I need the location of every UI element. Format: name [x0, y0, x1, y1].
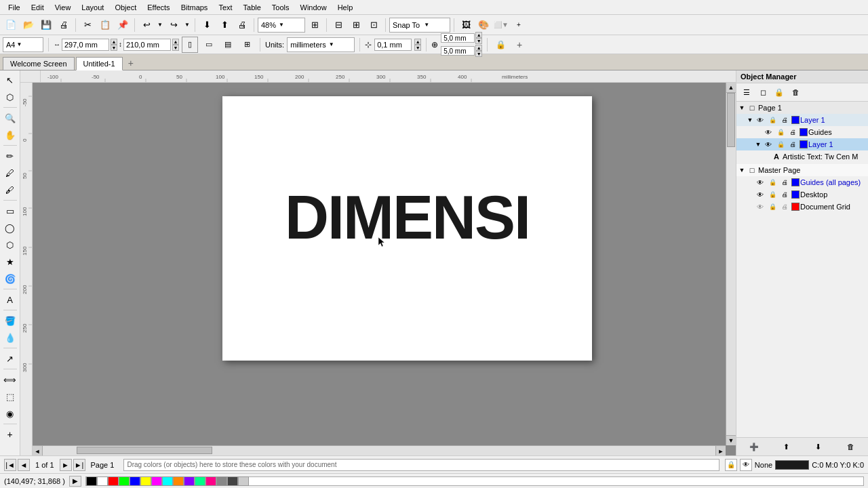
- undo-button[interactable]: ↩: [138, 17, 155, 33]
- zoom-combo[interactable]: 48% ▼: [258, 18, 305, 33]
- page-size-dropdown-icon[interactable]: ▼: [16, 41, 22, 47]
- color-swatch[interactable]: [195, 476, 205, 486]
- tree-desktop[interactable]: ▶ 👁 🔒 🖨 Desktop: [736, 188, 868, 201]
- undo-dropdown[interactable]: ▼: [156, 17, 164, 33]
- portrait-btn[interactable]: ▯: [182, 37, 198, 53]
- color-swatch[interactable]: [151, 476, 162, 486]
- units-combo[interactable]: millimeters ▼: [287, 37, 355, 52]
- colorbar-drop[interactable]: Drag colors (or objects) here to store t…: [123, 459, 719, 471]
- canvas-area[interactable]: DIMENSI ▲ ▼ ◄: [33, 83, 736, 455]
- import-button[interactable]: ⬇: [199, 17, 215, 33]
- dropper-tool[interactable]: 💧: [2, 329, 18, 346]
- doc-grid-eye[interactable]: 👁: [755, 201, 766, 212]
- guides-eye[interactable]: 👁: [763, 127, 774, 138]
- vertical-scrollbar[interactable]: ▲ ▼: [726, 83, 736, 445]
- width-down[interactable]: ▼: [111, 45, 117, 51]
- node-tool[interactable]: ⬡: [2, 89, 18, 105]
- snap-x-down[interactable]: ▼: [475, 38, 482, 44]
- star-tool[interactable]: ★: [2, 253, 18, 270]
- cut-button[interactable]: ✂: [79, 17, 96, 33]
- om-add-layer-btn[interactable]: ➕: [747, 439, 762, 454]
- layer1-inner-lock[interactable]: 🔒: [775, 139, 786, 150]
- menu-effects[interactable]: Effects: [142, 2, 175, 13]
- om-move-down-btn[interactable]: ⬇: [811, 439, 826, 454]
- color-swatch[interactable]: [108, 476, 119, 486]
- layer1-inner-toggle[interactable]: ▼: [754, 140, 762, 148]
- tab-document[interactable]: Untitled-1: [76, 57, 123, 70]
- height-spinners[interactable]: ▲ ▼: [172, 39, 179, 51]
- redo-button[interactable]: ↪: [165, 17, 182, 33]
- layer1-inner-print[interactable]: 🖨: [787, 139, 798, 150]
- spiral-tool[interactable]: 🌀: [2, 270, 18, 287]
- freehand-tool[interactable]: ✏: [2, 148, 18, 164]
- nav-prev-page[interactable]: ◄: [18, 459, 30, 471]
- guides-all-eye[interactable]: 👁: [755, 177, 766, 188]
- save-button[interactable]: 💾: [38, 17, 54, 33]
- snap-dist-down[interactable]: ▼: [414, 45, 421, 51]
- horizontal-scrollbar[interactable]: ◄ ►: [33, 445, 726, 455]
- print-button[interactable]: 🖨: [56, 17, 72, 33]
- snap-dist-up[interactable]: ▲: [414, 39, 421, 45]
- layer1-print[interactable]: 🖨: [779, 115, 790, 125]
- guides-all-print[interactable]: 🖨: [779, 177, 790, 188]
- snap-to-combo[interactable]: Snap To ▼: [389, 18, 450, 33]
- coord-settings-btn[interactable]: ▶: [69, 476, 81, 487]
- color-swatch[interactable]: [119, 476, 130, 486]
- menu-view[interactable]: View: [50, 2, 77, 13]
- menu-help[interactable]: Help: [332, 2, 359, 13]
- width-input[interactable]: 297,0 mm: [62, 39, 109, 51]
- layer1-eye[interactable]: 👁: [755, 115, 766, 125]
- contour-tool[interactable]: ◉: [2, 405, 18, 422]
- zoom-tool[interactable]: 🔍: [2, 110, 18, 126]
- color-swatch[interactable]: [162, 476, 173, 486]
- pan-tool[interactable]: ✋: [2, 127, 18, 143]
- snap-y-up[interactable]: ▲: [475, 45, 482, 51]
- menu-layout[interactable]: Layout: [76, 2, 109, 13]
- color-swatch[interactable]: [216, 476, 227, 486]
- redo-dropdown[interactable]: ▼: [183, 17, 191, 33]
- menu-bitmaps[interactable]: Bitmaps: [176, 2, 214, 13]
- om-delete-btn[interactable]: 🗑: [788, 85, 803, 100]
- tree-layer1-inner[interactable]: ▼ 👁 🔒 🖨 Layer 1: [736, 138, 868, 150]
- menu-object[interactable]: Object: [109, 2, 142, 13]
- layer1-toggle[interactable]: ▼: [746, 116, 754, 124]
- color-swatch[interactable]: [238, 476, 249, 486]
- page-add-btn[interactable]: +: [511, 37, 528, 53]
- menu-table[interactable]: Table: [238, 2, 267, 13]
- color-swatch[interactable]: [205, 476, 216, 486]
- callig-tool[interactable]: 🖋: [2, 182, 18, 198]
- snap-y-down[interactable]: ▼: [475, 51, 482, 57]
- snap-x-spinners[interactable]: ▲ ▼: [475, 32, 482, 44]
- copy-button[interactable]: 📋: [97, 17, 113, 33]
- nav-first-page[interactable]: |◄: [4, 459, 16, 471]
- vscroll-down[interactable]: ▼: [726, 435, 736, 445]
- doc-grid-lock[interactable]: 🔒: [767, 201, 778, 212]
- page-margins-btn[interactable]: ▤: [220, 37, 236, 53]
- tree-guides-all[interactable]: ▶ 👁 🔒 🖨 Guides (all pages): [736, 176, 868, 188]
- menu-file[interactable]: File: [3, 2, 26, 13]
- guides-all-lock[interactable]: 🔒: [767, 177, 778, 188]
- snap-page-btn[interactable]: ⊡: [366, 17, 382, 33]
- paste-button[interactable]: 📌: [115, 17, 131, 33]
- desktop-lock[interactable]: 🔒: [767, 189, 778, 200]
- height-up[interactable]: ▲: [172, 39, 179, 45]
- menu-tools[interactable]: Tools: [267, 2, 295, 13]
- add-page-btn[interactable]: +: [2, 426, 18, 443]
- open-button[interactable]: 📂: [20, 17, 37, 33]
- nav-last-page[interactable]: ►|: [73, 459, 85, 471]
- color-swatch[interactable]: [227, 476, 238, 486]
- vscroll-up[interactable]: ▲: [726, 83, 736, 93]
- guides-print[interactable]: 🖨: [787, 127, 798, 138]
- connector-tool[interactable]: ↗: [2, 350, 18, 367]
- om-layers-btn[interactable]: ☰: [739, 85, 754, 100]
- color-swatch[interactable]: [97, 476, 108, 486]
- snap-dropdown-icon[interactable]: ▼: [424, 22, 429, 28]
- fill-btn[interactable]: ⬜▼: [493, 17, 509, 33]
- layer1-inner-eye[interactable]: 👁: [763, 139, 774, 150]
- export-button[interactable]: ⬆: [216, 17, 233, 33]
- tab-add-button[interactable]: +: [124, 56, 138, 70]
- zoom-dropdown-icon[interactable]: ▼: [279, 22, 284, 28]
- snap-x-input[interactable]: 5,0 mm: [441, 33, 475, 43]
- select-tool[interactable]: ↖: [2, 72, 18, 88]
- print2-button[interactable]: 🖨: [234, 17, 250, 33]
